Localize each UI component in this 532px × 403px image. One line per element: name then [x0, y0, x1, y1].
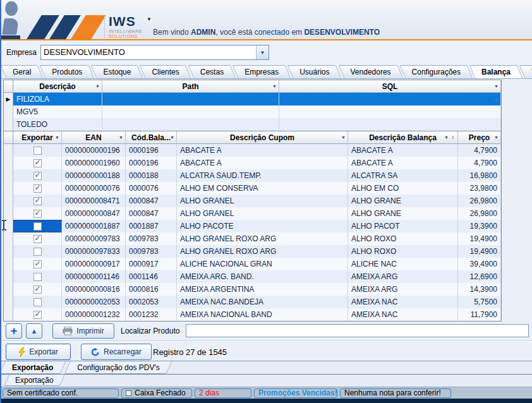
tab-empresas[interactable]: Empresas [235, 65, 288, 78]
checkbox-unchecked-icon[interactable] [33, 147, 42, 155]
combo-dropdown-button[interactable]: ▼ [256, 45, 269, 59]
descricao-balanca-cell[interactable]: ALHO GRANE [348, 207, 458, 220]
type-descricao-cell[interactable]: FILIZOLA [13, 93, 102, 105]
product-row[interactable]: ✓00000000019600000196ABACATE AABACATE A4… [4, 157, 501, 169]
checkbox-checked-icon[interactable]: ✓ [33, 184, 42, 193]
product-row[interactable]: 00000000011460001146AMEIXA ARG. BAND.AME… [4, 270, 501, 283]
bottom-tab-configuracaodospdvs[interactable]: Configuração dos PDV's [67, 361, 169, 374]
preco-cell[interactable]: 12,6900 [458, 270, 501, 283]
tab-geral[interactable]: Geral [3, 65, 40, 78]
filter-dropdown-icon[interactable]: ▼ [494, 135, 499, 140]
cod-balanca-cell[interactable]: 0000847 [126, 207, 177, 220]
ean-cell[interactable]: 0000000000847 [62, 207, 126, 220]
descricao-cupom-cell[interactable]: ALHO GRANEL ROXO ARG [177, 245, 348, 258]
tab-clientes[interactable]: Clientes [142, 65, 188, 78]
column-header-cod-balanca[interactable]: Cód.Bala...▼ [126, 131, 177, 144]
descricao-cupom-cell[interactable]: ALHO EM CONSERVA [177, 182, 348, 195]
descricao-cupom-cell[interactable]: AMEIXA NAC.BANDEJA [177, 296, 348, 308]
recarregar-button[interactable]: Recarregar [81, 344, 152, 360]
type-path-cell[interactable] [102, 118, 279, 131]
checkbox-checked-icon[interactable]: ✓ [33, 210, 42, 218]
product-row[interactable]: ✓00000000001880000188ALCATRA SAUD.TEMP.A… [4, 169, 501, 182]
cod-balanca-cell[interactable]: 0002053 [126, 296, 177, 308]
type-sql-cell[interactable] [279, 93, 501, 105]
descricao-balanca-cell[interactable]: ABACATE A [348, 144, 458, 157]
filter-dropdown-icon[interactable]: ▼ [341, 135, 346, 140]
ean-cell[interactable]: 0000000000196 [62, 144, 126, 157]
ean-cell[interactable]: 0000000008471 [62, 195, 126, 207]
exportar-button[interactable]: Exportar [6, 344, 71, 360]
descricao-cupom-cell[interactable]: ALHO PACOTE [177, 220, 348, 232]
descricao-balanca-cell[interactable]: ABACATE A [348, 157, 458, 169]
cod-balanca-cell[interactable]: 0000816 [126, 283, 177, 296]
bottom-tab-exportacao[interactable]: Exportação [2, 361, 63, 374]
tab-estoque[interactable]: Estoque [94, 65, 140, 78]
product-row[interactable]: ✓00000000009170000917ALICHE NACIONAL GRA… [4, 258, 501, 270]
tab-produtos[interactable]: Produtos [42, 65, 92, 78]
type-sql-cell[interactable] [279, 118, 501, 131]
filter-dropdown-icon[interactable]: ▼ [95, 84, 100, 88]
exportar-cell[interactable] [13, 270, 62, 283]
descricao-balanca-cell[interactable]: AMEIXA NAC [348, 308, 458, 321]
descricao-balanca-cell[interactable]: ALICHE NAC [348, 258, 458, 270]
preco-cell[interactable]: 39,4900 [458, 258, 501, 270]
type-sql-cell[interactable] [279, 105, 501, 118]
descricao-balanca-cell[interactable]: ALHO EM CO [348, 182, 458, 195]
type-descricao-cell[interactable]: MGV5 [13, 105, 102, 118]
product-row[interactable]: ✓00000000012320001232AMEIXA NACIONAL BAN… [4, 308, 501, 321]
descricao-cupom-cell[interactable]: AMEIXA ARGENTINA [177, 283, 348, 296]
ean-cell[interactable]: 0000000000188 [62, 169, 126, 182]
ean-cell[interactable]: 0000000097833 [62, 245, 126, 258]
product-row[interactable]: ✓00000000008470000847ALHO GRANELALHO GRA… [4, 207, 501, 220]
filter-dropdown-icon[interactable]: ▼ [444, 135, 449, 140]
product-row[interactable]: ✓00000000084710000847ALHO GRANELALHO GRA… [4, 195, 501, 207]
ean-cell[interactable]: 0000000009783 [62, 232, 126, 245]
product-row[interactable]: 00000000978330009783ALHO GRANEL ROXO ARG… [4, 245, 501, 258]
preco-cell[interactable]: 23,9800 [458, 182, 501, 195]
product-row[interactable]: ✓00000000000760000076ALHO EM CONSERVAALH… [4, 182, 501, 195]
checkbox-checked-icon[interactable]: ✓ [33, 159, 42, 167]
cod-balanca-cell[interactable]: 0001887 [126, 220, 177, 232]
type-path-cell[interactable] [102, 105, 279, 118]
ean-cell[interactable]: 0000000000917 [62, 258, 126, 270]
column-header-descricao-balanca[interactable]: Descrição Balança▼↑ [348, 131, 458, 144]
status-promocoes[interactable]: Promoções Vencidas! [254, 388, 337, 398]
product-row[interactable]: 00000000001960000196ABACATE AABACATE A4,… [4, 144, 501, 157]
checkbox-unchecked-icon[interactable] [33, 273, 42, 281]
column-header-exportar[interactable]: Exportar▼ [13, 131, 62, 144]
exportar-cell[interactable]: ✓ [13, 232, 62, 245]
add-button[interactable]: + [6, 323, 22, 339]
filter-dropdown-icon[interactable]: ▼ [119, 135, 123, 140]
descricao-balanca-cell[interactable]: ALCATRA SA [348, 169, 458, 182]
preco-cell[interactable]: 19,3900 [458, 220, 501, 232]
tab-balanca[interactable]: Balança [472, 65, 520, 78]
checkbox-unchecked-icon[interactable] [33, 222, 42, 231]
descricao-balanca-cell[interactable]: ALHO ROXO [348, 245, 458, 258]
descricao-cupom-cell[interactable]: ALCATRA SAUD.TEMP. [177, 169, 348, 182]
exportar-cell[interactable]: ✓ [13, 169, 62, 182]
ean-cell[interactable]: 0000000001887 [62, 220, 126, 232]
ean-cell[interactable]: 0000000001232 [62, 308, 126, 321]
ean-cell[interactable]: 0000000000076 [62, 182, 126, 195]
product-row[interactable]: 00000000020530002053AMEIXA NAC.BANDEJAAM… [4, 296, 501, 308]
descricao-balanca-cell[interactable]: AMEIXA ARG [348, 270, 458, 283]
checkbox-checked-icon[interactable]: ✓ [33, 260, 42, 268]
cod-balanca-cell[interactable]: 0000196 [126, 144, 177, 157]
descricao-cupom-cell[interactable]: ALHO GRANEL ROXO ARG [177, 232, 348, 245]
logo-menu-caret-icon[interactable]: ▼ [147, 16, 152, 22]
ean-cell[interactable]: 0000000002053 [62, 296, 126, 308]
product-row[interactable]: 00000000018870001887ALHO PACOTEALHO PACO… [4, 220, 501, 232]
exportar-cell[interactable]: ✓ [13, 258, 62, 270]
tab-terminais[interactable]: Terminais [522, 65, 532, 78]
filter-dropdown-icon[interactable]: ▼ [170, 135, 174, 140]
exportar-cell[interactable]: ✓ [13, 308, 62, 321]
preco-cell[interactable]: 26,9800 [458, 195, 501, 207]
preco-cell[interactable]: 4,7900 [458, 157, 501, 169]
product-row[interactable]: ✓00000000097830009783ALHO GRANEL ROXO AR… [4, 232, 501, 245]
descricao-balanca-cell[interactable]: ALHO PACOT [348, 220, 458, 232]
preco-cell[interactable]: 19,4900 [458, 232, 501, 245]
checkbox-checked-icon[interactable]: ✓ [33, 235, 42, 243]
cod-balanca-cell[interactable]: 0009783 [126, 232, 177, 245]
column-header-descricao[interactable]: Descrição▼ [13, 80, 102, 93]
exportar-cell[interactable]: ✓ [13, 283, 62, 296]
